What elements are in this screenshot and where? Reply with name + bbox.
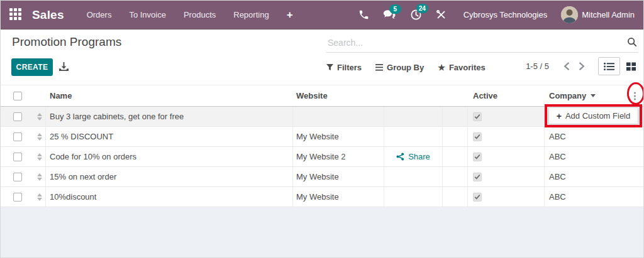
row-checkbox[interactable]	[1, 127, 33, 146]
pager-prev-icon[interactable]	[559, 60, 574, 73]
nav-item-to-invoice[interactable]: To Invoice	[120, 1, 175, 30]
promotion-name-cell: 25 % DISCOUNT	[46, 127, 293, 146]
list-view-icon	[604, 62, 614, 71]
group-by-icon	[375, 64, 383, 71]
share-cell	[384, 187, 443, 207]
view-switcher	[598, 57, 642, 75]
header-website[interactable]: Website	[293, 85, 384, 106]
header-company[interactable]: Company	[545, 85, 643, 106]
share-icon	[396, 153, 404, 161]
website-cell: My Website 2	[293, 147, 384, 166]
pager-next-icon[interactable]	[574, 60, 589, 73]
sort-desc-icon	[591, 94, 596, 97]
download-icon[interactable]	[58, 62, 69, 74]
navbar-systray: 5 24 Cybrosys Technologies Mitchell Admi…	[352, 6, 635, 23]
share-cell	[384, 107, 443, 126]
drag-handle-icon[interactable]	[33, 107, 46, 126]
share-button[interactable]: Share	[396, 152, 430, 161]
table-row[interactable]: 25 % DISCOUNTMy WebsiteABC	[1, 127, 643, 147]
header-active[interactable]: Active	[468, 85, 545, 106]
add-custom-field-label: Add Custom Field	[565, 111, 630, 121]
drag-handle-icon[interactable]	[33, 147, 46, 166]
odoo-window: Sales Orders To Invoice Products Reporti…	[0, 0, 644, 258]
search-icon	[627, 37, 637, 50]
company-cell: ABC	[545, 187, 643, 207]
drag-handle-icon[interactable]	[33, 187, 46, 207]
promotion-name-cell: 10%discount	[46, 187, 293, 207]
table-row[interactable]: 15% on next orderMy WebsiteABC	[1, 167, 643, 187]
company-cell: ABC	[545, 147, 643, 166]
search-input[interactable]	[326, 35, 638, 53]
table-row[interactable]: Code for 10% on ordersMy Website 2ShareA…	[1, 147, 643, 167]
filter-icon	[326, 64, 333, 71]
checkmark-icon	[474, 194, 480, 200]
drag-handle-icon[interactable]	[33, 127, 46, 146]
group-by-button[interactable]: Group By	[375, 63, 424, 72]
checkmark-icon	[474, 174, 480, 180]
website-cell: My Website	[293, 127, 384, 146]
list-header: Name Website Active Company	[1, 85, 643, 107]
active-checkbox	[473, 112, 482, 121]
spacer-cell	[443, 147, 468, 166]
promotion-name-cell: Code for 10% on orders	[46, 147, 293, 166]
checkmark-icon	[474, 114, 480, 119]
plus-icon: +	[557, 111, 562, 121]
user-menu[interactable]: Mitchell Admin	[561, 6, 635, 23]
table-body: Buy 3 large cabinets, get one for free25…	[1, 107, 643, 207]
tools-icon[interactable]	[436, 9, 447, 20]
list-footer-area	[1, 207, 643, 258]
nav-item-orders[interactable]: Orders	[78, 1, 121, 30]
row-checkbox[interactable]	[1, 107, 33, 126]
drag-handle-icon[interactable]	[33, 167, 46, 186]
favorites-button[interactable]: ★ Favorites	[438, 63, 485, 72]
website-cell: My Website	[293, 187, 384, 207]
active-checkbox	[473, 193, 482, 202]
top-navbar: Sales Orders To Invoice Products Reporti…	[1, 1, 643, 30]
promotion-name-cell: Buy 3 large cabinets, get one for free	[46, 107, 293, 126]
create-button[interactable]: CREATE	[11, 58, 53, 76]
active-checkbox	[473, 153, 482, 161]
table-row[interactable]: 10%discountMy WebsiteABC	[1, 187, 643, 207]
share-cell: Share	[384, 147, 443, 166]
filters-button[interactable]: Filters	[326, 63, 362, 72]
add-custom-field-menu-item[interactable]: + Add Custom Field	[548, 107, 638, 124]
nav-item-products[interactable]: Products	[175, 1, 225, 30]
active-cell	[468, 107, 545, 126]
nav-item-reporting[interactable]: Reporting	[225, 1, 277, 30]
row-checkbox[interactable]	[1, 147, 33, 166]
message-badge: 5	[389, 4, 401, 14]
chat-icon[interactable]: 5	[383, 9, 396, 21]
activity-clock-icon[interactable]: 24	[410, 9, 422, 21]
website-cell	[293, 107, 384, 126]
company-switcher[interactable]: Cybrosys Technologies	[453, 10, 557, 19]
apps-grid-icon[interactable]	[9, 8, 23, 22]
search-box	[326, 35, 638, 53]
header-name[interactable]: Name	[46, 85, 293, 106]
share-cell	[384, 167, 443, 186]
row-checkbox[interactable]	[1, 167, 33, 186]
kanban-view-button[interactable]	[620, 57, 642, 75]
share-cell	[384, 127, 443, 146]
activity-badge: 24	[416, 4, 428, 13]
company-cell: ABC	[545, 127, 643, 146]
active-cell	[468, 187, 545, 207]
control-panel: Promotion Programs CREATE Filters Group …	[1, 30, 643, 85]
company-cell: ABC	[545, 167, 643, 186]
spacer-cell	[443, 127, 468, 146]
list-view: Name Website Active Company Buy 3 large …	[1, 85, 643, 258]
column-options-icon[interactable]	[633, 89, 637, 102]
promotion-name-cell: 15% on next order	[46, 167, 293, 186]
row-checkbox[interactable]	[1, 187, 33, 207]
list-view-button[interactable]	[598, 57, 620, 75]
select-all-checkbox[interactable]	[1, 85, 33, 106]
spacer-cell	[443, 107, 468, 126]
plus-menu-icon[interactable]: +	[278, 9, 302, 21]
active-cell	[468, 147, 545, 166]
phone-icon[interactable]	[358, 9, 369, 20]
website-cell: My Website	[293, 167, 384, 186]
user-name: Mitchell Admin	[582, 10, 635, 19]
table-row[interactable]: Buy 3 large cabinets, get one for free	[1, 107, 643, 127]
app-name[interactable]: Sales	[32, 8, 64, 22]
search-options-bar: Filters Group By ★ Favorites	[326, 58, 486, 76]
pager: 1-5 / 5	[526, 57, 642, 75]
